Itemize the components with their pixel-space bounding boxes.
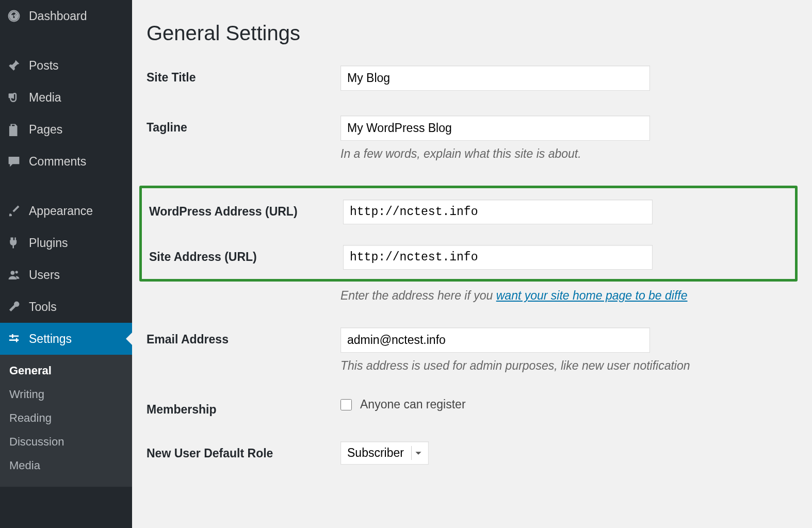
- svg-point-2: [11, 271, 15, 275]
- settings-submenu: General Writing Reading Discussion Media: [0, 355, 132, 487]
- url-highlight-box: WordPress Address (URL) Site Address (UR…: [139, 186, 798, 282]
- row-tagline: Tagline In a few words, explain what thi…: [147, 116, 798, 161]
- input-wp-address[interactable]: [343, 200, 653, 224]
- sidebar-item-posts[interactable]: Posts: [0, 50, 132, 81]
- label-new-user-role: New User Default Role: [147, 441, 340, 460]
- submenu-item-writing[interactable]: Writing: [0, 383, 132, 406]
- sidebar-item-users[interactable]: Users: [0, 259, 132, 291]
- submenu-item-media[interactable]: Media: [0, 454, 132, 477]
- sidebar-item-label: Posts: [29, 59, 59, 73]
- label-tagline: Tagline: [147, 116, 340, 135]
- submenu-item-general[interactable]: General: [0, 359, 132, 383]
- pages-icon: [6, 122, 22, 137]
- row-wp-address: WordPress Address (URL): [142, 200, 795, 224]
- sidebar-item-label: Media: [29, 91, 61, 105]
- main-content: General Settings Site Title Tagline In a…: [132, 0, 812, 528]
- comments-icon: [6, 154, 22, 169]
- checkbox-label-anyone-can-register: Anyone can register: [360, 398, 466, 411]
- input-email[interactable]: [340, 327, 650, 353]
- sidebar-item-label: Plugins: [29, 236, 68, 250]
- checkbox-anyone-can-register[interactable]: [340, 399, 352, 410]
- link-site-address-help[interactable]: want your site home page to be diffe: [496, 289, 688, 302]
- sidebar-item-pages[interactable]: Pages: [0, 113, 132, 145]
- label-site-address: Site Address (URL): [149, 245, 343, 264]
- sliders-icon: [6, 331, 22, 346]
- label-membership: Membership: [147, 398, 340, 417]
- sidebar-item-settings[interactable]: Settings: [0, 323, 132, 355]
- sidebar-item-tools[interactable]: Tools: [0, 291, 132, 323]
- sidebar-item-label: Tools: [29, 300, 57, 314]
- row-site-title: Site Title: [147, 65, 798, 91]
- row-site-address-desc: Enter the address here if you want your …: [147, 283, 798, 303]
- sidebar-item-appearance[interactable]: Appearance: [0, 195, 132, 227]
- submenu-item-reading[interactable]: Reading: [0, 406, 132, 430]
- brush-icon: [6, 203, 22, 219]
- row-membership: Membership Anyone can register: [147, 398, 798, 417]
- admin-sidebar: Dashboard Posts Media Pages Comments App…: [0, 0, 132, 528]
- submenu-item-discussion[interactable]: Discussion: [0, 430, 132, 454]
- sidebar-item-dashboard[interactable]: Dashboard: [0, 0, 132, 32]
- select-value: Subscriber: [347, 446, 404, 460]
- users-icon: [6, 267, 22, 283]
- svg-point-3: [15, 271, 18, 273]
- input-tagline[interactable]: [340, 116, 650, 141]
- sidebar-item-label: Users: [29, 268, 60, 282]
- description-tagline: In a few words, explain what this site i…: [340, 147, 798, 161]
- input-site-address[interactable]: [343, 245, 653, 270]
- sidebar-item-label: Comments: [29, 155, 86, 169]
- sidebar-item-plugins[interactable]: Plugins: [0, 227, 132, 259]
- description-email: This address is used for admin purposes,…: [340, 359, 798, 373]
- row-site-address: Site Address (URL): [142, 245, 795, 270]
- sidebar-item-label: Appearance: [29, 204, 93, 218]
- sidebar-item-label: Pages: [29, 123, 62, 137]
- svg-rect-1: [9, 93, 13, 98]
- sidebar-item-comments[interactable]: Comments: [0, 145, 132, 177]
- plug-icon: [6, 235, 22, 251]
- label-wp-address: WordPress Address (URL): [149, 200, 343, 219]
- label-site-title: Site Title: [147, 65, 340, 85]
- dashboard-icon: [6, 8, 22, 24]
- row-email: Email Address This address is used for a…: [147, 327, 798, 373]
- input-site-title[interactable]: [340, 65, 650, 91]
- chevron-down-icon: [411, 446, 425, 460]
- pin-icon: [6, 58, 22, 73]
- description-site-address: Enter the address here if you want your …: [340, 289, 798, 303]
- sidebar-item-media[interactable]: Media: [0, 81, 132, 113]
- wrench-icon: [6, 299, 22, 315]
- row-new-user-role: New User Default Role Subscriber: [147, 441, 798, 465]
- sidebar-item-label: Dashboard: [29, 9, 87, 23]
- select-new-user-role[interactable]: Subscriber: [340, 441, 429, 465]
- label-email: Email Address: [147, 327, 340, 346]
- page-title: General Settings: [147, 22, 798, 45]
- sidebar-item-label: Settings: [29, 332, 72, 346]
- media-icon: [6, 90, 22, 105]
